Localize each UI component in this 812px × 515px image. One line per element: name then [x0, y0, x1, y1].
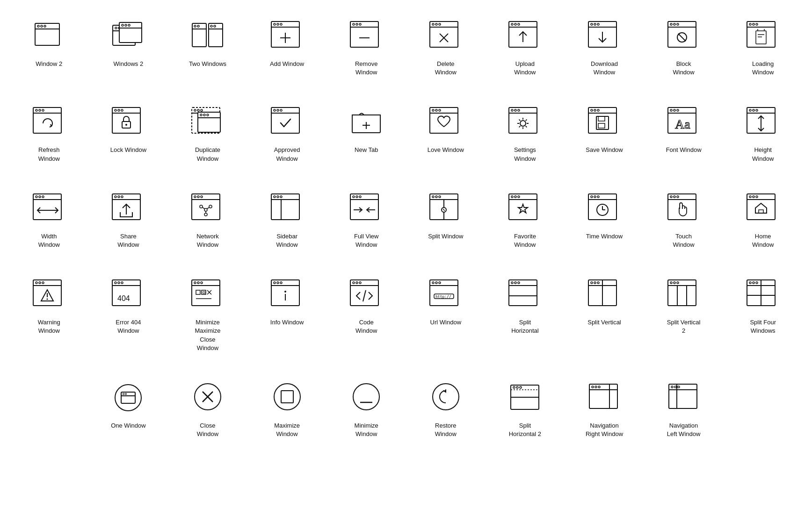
windows-2-label: Windows 2 — [114, 60, 144, 68]
svg-point-300 — [671, 386, 673, 388]
icon-item-spacer5a — [9, 376, 89, 448]
svg-point-46 — [518, 23, 520, 25]
svg-point-219 — [201, 282, 203, 284]
svg-point-158 — [280, 196, 282, 198]
remove-window-icon — [350, 19, 383, 60]
home-window-label: HomeWindow — [752, 232, 774, 249]
split-horizontal-2-label: SplitHorizontal 2 — [509, 422, 541, 438]
close-window-icon — [191, 380, 224, 422]
icon-item-loading-window: LoadingWindow — [723, 14, 803, 86]
icon-item-share-window: ShareWindow — [89, 186, 168, 258]
code-window-label: CodeWindow — [355, 318, 377, 335]
icon-item-split-vertical-2: Split Vertical2 — [644, 272, 724, 362]
loading-window-icon — [747, 19, 779, 60]
svg-point-74 — [39, 109, 41, 111]
share-window-icon — [112, 191, 145, 232]
svg-point-268 — [749, 282, 751, 284]
svg-point-39 — [439, 23, 441, 25]
restore-window-label: RestoreWindow — [435, 422, 457, 438]
svg-point-7 — [115, 27, 117, 29]
split-horizontal-2-icon — [508, 380, 541, 422]
svg-point-129 — [756, 109, 758, 111]
icon-item-remove-window: RemoveWindow — [326, 14, 406, 86]
svg-point-20 — [210, 25, 212, 27]
favorite-window-label: FavoriteWindow — [514, 232, 536, 249]
svg-point-169 — [432, 196, 434, 198]
svg-rect-131 — [33, 194, 61, 220]
svg-point-156 — [274, 196, 276, 198]
icon-item-restore-window: RestoreWindow — [406, 376, 486, 448]
error-404-window-icon: 404 — [112, 277, 145, 318]
height-window-label: HeightWindow — [752, 146, 774, 163]
svg-rect-240 — [430, 280, 458, 306]
svg-rect-201 — [33, 280, 61, 306]
svg-rect-247 — [509, 280, 537, 306]
svg-point-121 — [670, 109, 672, 111]
svg-point-218 — [197, 282, 199, 284]
sidebar-window-icon — [271, 191, 304, 232]
time-window-label: Time Window — [586, 232, 623, 241]
svg-point-178 — [511, 196, 513, 198]
svg-point-251 — [518, 282, 520, 284]
icon-item-windows-2: Windows 2 — [89, 14, 168, 86]
svg-point-127 — [749, 109, 751, 111]
svg-point-203 — [36, 282, 37, 284]
icon-item-sidebar-window: SidebarWindow — [247, 186, 327, 258]
row-spacer-4 — [9, 366, 803, 371]
duplicate-window-label: DuplicateWindow — [195, 146, 220, 163]
svg-point-263 — [677, 282, 679, 284]
svg-point-50 — [591, 23, 593, 25]
icon-item-window-2: Window 2 — [9, 14, 89, 86]
svg-rect-9 — [119, 22, 142, 43]
home-window-icon — [747, 191, 779, 232]
svg-rect-234 — [350, 280, 378, 306]
svg-point-242 — [432, 282, 434, 284]
refresh-window-label: RefreshWindow — [38, 146, 60, 163]
svg-point-256 — [594, 282, 596, 284]
svg-point-57 — [674, 23, 675, 25]
svg-point-232 — [284, 291, 286, 293]
svg-point-273 — [115, 385, 141, 411]
svg-point-33 — [359, 23, 361, 25]
full-view-window-label: Full ViewWindow — [354, 232, 379, 249]
svg-point-261 — [670, 282, 672, 284]
block-window-icon — [667, 19, 700, 60]
settings-window-icon — [508, 105, 541, 146]
network-window-label: NetworkWindow — [196, 232, 219, 249]
svg-point-79 — [118, 109, 120, 111]
svg-point-295 — [595, 386, 597, 388]
touch-window-icon — [667, 191, 700, 232]
svg-point-186 — [597, 196, 599, 198]
settings-window-label: SettingsWindow — [514, 146, 536, 163]
minimize-maximize-close-window-icon — [191, 277, 224, 318]
approved-window-icon — [271, 105, 304, 146]
svg-point-63 — [749, 23, 751, 25]
svg-point-31 — [353, 23, 355, 25]
icon-item-split-four-windows: Split FourWindows — [723, 272, 803, 362]
split-horizontal-icon — [508, 277, 541, 318]
svg-point-212 — [118, 282, 120, 284]
network-window-icon — [191, 191, 224, 232]
url-window-icon: http:// — [429, 277, 462, 318]
icon-item-download-window: DownloadWindow — [565, 14, 644, 86]
svg-point-109 — [518, 109, 520, 111]
loading-window-label: LoadingWindow — [752, 60, 774, 77]
svg-point-73 — [36, 109, 37, 111]
svg-point-170 — [435, 196, 437, 198]
svg-line-151 — [203, 207, 205, 209]
svg-point-95 — [274, 109, 276, 111]
svg-point-250 — [515, 282, 516, 284]
split-vertical-label: Split Vertical — [587, 318, 621, 327]
svg-point-185 — [594, 196, 596, 198]
svg-point-102 — [432, 109, 434, 111]
svg-point-204 — [39, 282, 41, 284]
share-window-label: ShareWindow — [117, 232, 139, 249]
svg-point-128 — [753, 109, 754, 111]
approved-window-label: ApprovedWindow — [274, 146, 300, 163]
svg-text:http://: http:// — [435, 295, 451, 299]
icon-item-split-horizontal-2: SplitHorizontal 2 — [486, 376, 565, 448]
icon-item-navigation-right-window: NavigationRight Window — [565, 376, 644, 448]
url-window-label: Url Window — [430, 318, 461, 327]
icon-item-time-window: Time Window — [565, 186, 644, 258]
warning-window-icon — [33, 277, 65, 318]
